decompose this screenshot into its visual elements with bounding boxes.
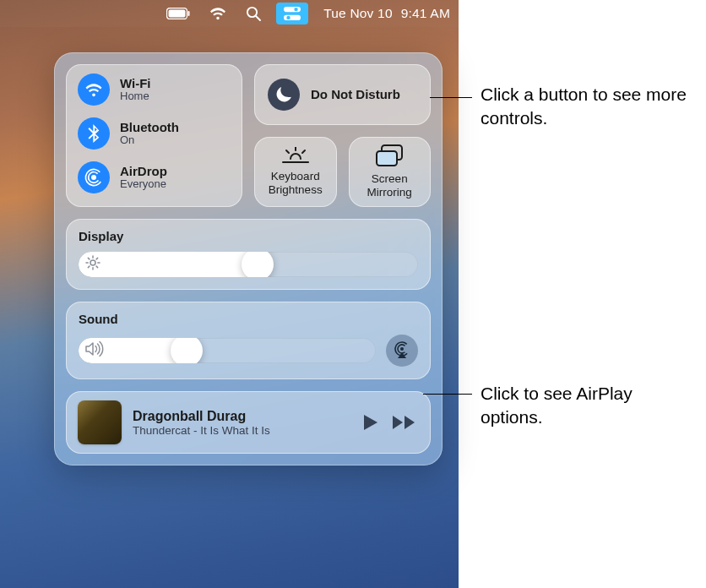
callout-top: Click a button to see more controls. (481, 83, 700, 131)
bluetooth-row[interactable]: Bluetooth On (78, 117, 231, 150)
brightness-icon (85, 255, 100, 274)
svg-point-18 (90, 260, 95, 265)
moon-icon (268, 79, 300, 111)
svg-point-9 (91, 175, 96, 180)
sound-tile[interactable]: Sound (66, 302, 431, 379)
svg-line-14 (286, 150, 289, 153)
keyboard-brightness-icon (281, 147, 310, 164)
svg-point-6 (294, 8, 297, 11)
next-button[interactable] (392, 415, 415, 430)
svg-rect-2 (188, 11, 190, 16)
wifi-row[interactable]: Wi-Fi Home (78, 74, 231, 106)
svg-line-4 (256, 16, 260, 20)
play-icon (363, 414, 378, 431)
airplay-icon (393, 341, 411, 360)
sound-label: Sound (79, 312, 418, 326)
callout-leader-line (423, 394, 472, 395)
wifi-status-icon[interactable] (209, 7, 227, 20)
menu-bar: Tue Nov 10 9:41 AM (0, 0, 459, 27)
keyboard-brightness-label: Keyboard Brightness (259, 170, 332, 196)
connectivity-tile[interactable]: Wi-Fi Home Bluetooth On (66, 64, 242, 207)
play-button[interactable] (363, 414, 378, 431)
airdrop-title: AirDrop (120, 164, 167, 178)
svg-rect-17 (377, 151, 397, 166)
spotlight-icon[interactable] (246, 6, 261, 21)
volume-icon (85, 341, 104, 360)
display-label: Display (79, 229, 418, 243)
wifi-status: Home (120, 90, 151, 102)
svg-point-8 (286, 16, 290, 19)
svg-line-23 (88, 258, 90, 259)
bluetooth-icon (78, 117, 110, 150)
desktop-background: Tue Nov 10 9:41 AM Wi-Fi Home (0, 0, 459, 588)
screen-mirroring-icon (375, 144, 404, 166)
keyboard-brightness-tile[interactable]: Keyboard Brightness (254, 137, 337, 207)
track-title: Dragonball Durag (133, 409, 352, 424)
svg-line-25 (88, 266, 90, 268)
now-playing-tile[interactable]: Dragonball Durag Thundercat - It Is What… (66, 391, 431, 454)
airdrop-row[interactable]: AirDrop Everyone (78, 161, 231, 193)
svg-rect-7 (284, 15, 301, 20)
menu-bar-date: Tue Nov 10 (323, 6, 393, 21)
sound-slider[interactable] (79, 338, 376, 363)
battery-icon[interactable] (166, 8, 190, 19)
airdrop-icon (78, 161, 110, 193)
bluetooth-status: On (120, 134, 179, 146)
menu-bar-clock[interactable]: Tue Nov 10 9:41 AM (323, 6, 450, 21)
callout-leader-line (430, 97, 472, 98)
callout-bottom: Click to see AirPlay options. (481, 382, 683, 430)
wifi-icon (78, 74, 110, 106)
display-slider[interactable] (79, 252, 418, 277)
svg-line-24 (96, 266, 98, 268)
bluetooth-title: Bluetooth (120, 120, 179, 134)
track-subtitle: Thundercat - It Is What It Is (133, 424, 352, 437)
svg-rect-5 (284, 7, 301, 12)
control-center-menubar-icon[interactable] (276, 3, 308, 24)
airdrop-status: Everyone (120, 178, 167, 190)
dnd-title: Do Not Disturb (311, 87, 400, 102)
fast-forward-icon (392, 415, 415, 430)
screen-mirroring-label: Screen Mirroring (354, 172, 426, 199)
svg-point-27 (400, 347, 404, 351)
svg-line-26 (96, 258, 98, 259)
display-tile[interactable]: Display (66, 219, 431, 290)
menu-bar-time: 9:41 AM (401, 6, 450, 21)
screen-mirroring-tile[interactable]: Screen Mirroring (349, 137, 432, 207)
airplay-audio-button[interactable] (386, 335, 418, 367)
svg-line-15 (302, 150, 305, 153)
wifi-title: Wi-Fi (120, 76, 151, 90)
album-art (78, 400, 122, 444)
dnd-tile[interactable]: Do Not Disturb (254, 64, 431, 125)
svg-rect-1 (169, 10, 186, 18)
control-center-panel: Wi-Fi Home Bluetooth On (54, 52, 443, 466)
